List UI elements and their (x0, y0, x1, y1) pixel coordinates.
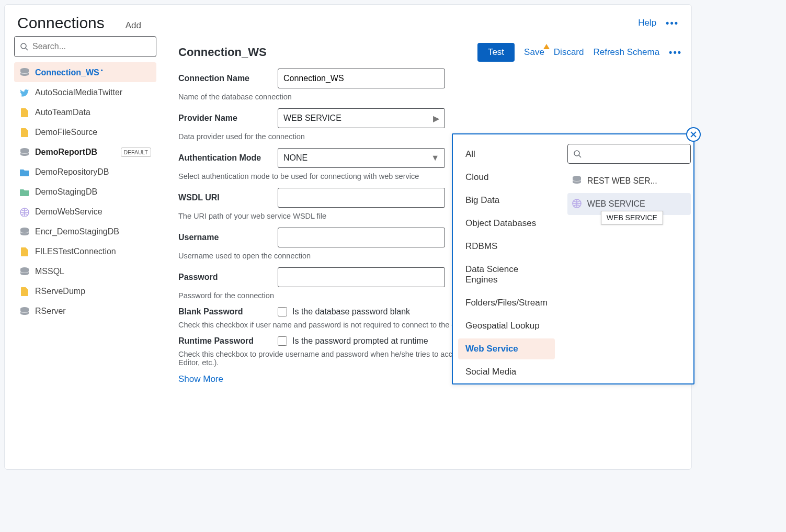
provider-result-rest-web-ser-[interactable]: REST WEB SER... (567, 170, 691, 192)
warning-icon (543, 44, 550, 49)
provider-result-label: WEB SERVICE (587, 199, 645, 209)
provider-result-list: REST WEB SER...WEB SERVICEWEB SERVICE (567, 170, 691, 215)
provider-category-geospatial-lookup[interactable]: Geospatial Lookup (458, 315, 555, 336)
chevron-right-icon: ▶ (433, 114, 439, 123)
provider-name-label: Provider Name (178, 114, 278, 123)
twitter-icon (19, 88, 30, 97)
blank-password-checkbox[interactable] (278, 307, 287, 316)
auth-mode-select[interactable]: NONE ▼ (278, 148, 445, 168)
connection-name-label: Connection Name (178, 74, 278, 83)
globe-icon (572, 198, 582, 210)
sidebar-item-demoreportdb[interactable]: DemoReportDBDEFAULT (14, 143, 156, 162)
runtime-password-label: Runtime Password (178, 336, 278, 346)
db-icon (19, 148, 30, 157)
db-icon (19, 68, 30, 77)
globe-icon (19, 208, 30, 217)
sidebar-item-demowebservice[interactable]: DemoWebService (14, 202, 156, 221)
wsdl-uri-input[interactable] (278, 188, 445, 208)
username-label: Username (178, 233, 278, 242)
folder-icon (19, 168, 30, 177)
sidebar-item-label: FILESTestConnection (35, 247, 151, 256)
provider-result-label: REST WEB SER... (587, 176, 657, 186)
sidebar-item-demofilesource[interactable]: DemoFileSource (14, 123, 156, 142)
sidebar-item-filestestconnection[interactable]: FILESTestConnection (14, 242, 156, 261)
close-icon[interactable] (686, 127, 701, 142)
sidebar-item-demorepositorydb[interactable]: DemoRepositoryDB (14, 163, 156, 182)
sidebar-item-label: DemoWebService (35, 207, 151, 217)
auth-mode-value: NONE (283, 153, 307, 163)
sidebar-item-autosocialmediatwitter[interactable]: AutoSocialMediaTwitter (14, 83, 156, 102)
add-button[interactable]: Add (126, 20, 141, 31)
sidebar-item-rserver[interactable]: RServer (14, 302, 156, 321)
provider-category-big-data[interactable]: Big Data (458, 190, 555, 211)
sidebar-item-demostagingdb[interactable]: DemoStagingDB (14, 183, 156, 201)
test-button[interactable]: Test (477, 43, 515, 62)
username-input[interactable] (278, 228, 445, 247)
db-icon (19, 267, 30, 276)
discard-button[interactable]: Discard (554, 47, 584, 58)
wsdl-uri-label: WSDL URI (178, 193, 278, 202)
chevron-down-icon: ▼ (431, 153, 439, 163)
db-icon (572, 175, 582, 187)
connections-sidebar: Connection_WSAutoSocialMediaTwitterAutoT… (5, 36, 163, 469)
help-link[interactable]: Help (638, 18, 656, 28)
blank-password-label: Blank Password (178, 307, 278, 316)
provider-category-list: AllCloudBig DataObject DatabasesRDBMSDat… (453, 134, 560, 383)
more-menu-icon[interactable]: ••• (666, 18, 679, 29)
provider-category-folders-files-stream[interactable]: Folders/Files/Stream (458, 292, 555, 313)
refresh-schema-button[interactable]: Refresh Schema (593, 47, 659, 58)
connection-name-input[interactable] (278, 69, 445, 88)
file-icon (19, 108, 30, 117)
sidebar-item-label: MSSQL (35, 267, 151, 276)
tooltip: WEB SERVICE (601, 211, 663, 224)
connection-title: Connection_WS (178, 46, 267, 59)
provider-category-rdbms[interactable]: RDBMS (458, 236, 555, 257)
auth-mode-label: Authentication Mode (178, 153, 278, 163)
sidebar-item-encr-demostagingdb[interactable]: Encr_DemoStagingDB (14, 222, 156, 241)
sidebar-item-mssql[interactable]: MSSQL (14, 262, 156, 281)
search-icon (20, 42, 28, 51)
runtime-password-checkbox[interactable] (278, 336, 287, 346)
sidebar-item-autoteamdata[interactable]: AutoTeamData (14, 103, 156, 122)
db-icon (19, 307, 30, 316)
provider-category-object-databases[interactable]: Object Databases (458, 213, 555, 234)
sidebar-item-label: AutoTeamData (35, 108, 151, 117)
file-icon (19, 247, 30, 256)
sidebar-item-label: Connection_WS (35, 67, 151, 77)
sidebar-item-connection-ws[interactable]: Connection_WS (14, 62, 156, 82)
provider-category-cloud[interactable]: Cloud (458, 167, 555, 188)
detail-more-icon[interactable]: ••• (669, 47, 682, 58)
search-input[interactable] (32, 42, 151, 51)
search-icon (573, 150, 582, 158)
blank-password-check-label: Is the database password blank (292, 307, 410, 316)
provider-name-select[interactable]: WEB SERVICE ▶ (278, 108, 445, 128)
file-icon (19, 128, 30, 137)
sidebar-item-rservedump[interactable]: RServeDump (14, 282, 156, 301)
search-input-wrap[interactable] (14, 36, 156, 57)
sidebar-item-label: DemoStagingDB (35, 187, 151, 197)
password-label: Password (178, 273, 278, 282)
save-button[interactable]: Save (524, 47, 544, 58)
file-icon (19, 287, 30, 296)
sidebar-item-label: DemoReportDB (35, 148, 116, 157)
provider-picker-popup: AllCloudBig DataObject DatabasesRDBMSDat… (452, 133, 694, 384)
runtime-password-check-label: Is the password prompted at runtime (292, 336, 428, 346)
connection-name-help: Name of the database connection (178, 93, 679, 101)
connections-list: Connection_WSAutoSocialMediaTwitterAutoT… (14, 62, 156, 321)
provider-category-data-science-engines[interactable]: Data Science Engines (458, 259, 555, 290)
provider-search-input[interactable] (586, 150, 685, 159)
sidebar-item-label: DemoRepositoryDB (35, 167, 151, 177)
sidebar-item-label: Encr_DemoStagingDB (35, 227, 151, 236)
provider-name-value: WEB SERVICE (283, 114, 341, 123)
default-badge: DEFAULT (121, 148, 151, 157)
password-input[interactable] (278, 267, 445, 287)
provider-category-all[interactable]: All (458, 144, 555, 165)
page-header: Connections Add Help ••• (5, 5, 691, 36)
sidebar-item-label: RServeDump (35, 287, 151, 296)
provider-category-web-service[interactable]: Web Service (458, 338, 555, 359)
page-title: Connections (17, 14, 105, 32)
sidebar-item-label: DemoFileSource (35, 128, 151, 137)
provider-search-wrap[interactable] (567, 144, 691, 164)
foldergear-icon (19, 188, 30, 197)
provider-category-social-media[interactable]: Social Media (458, 361, 555, 382)
